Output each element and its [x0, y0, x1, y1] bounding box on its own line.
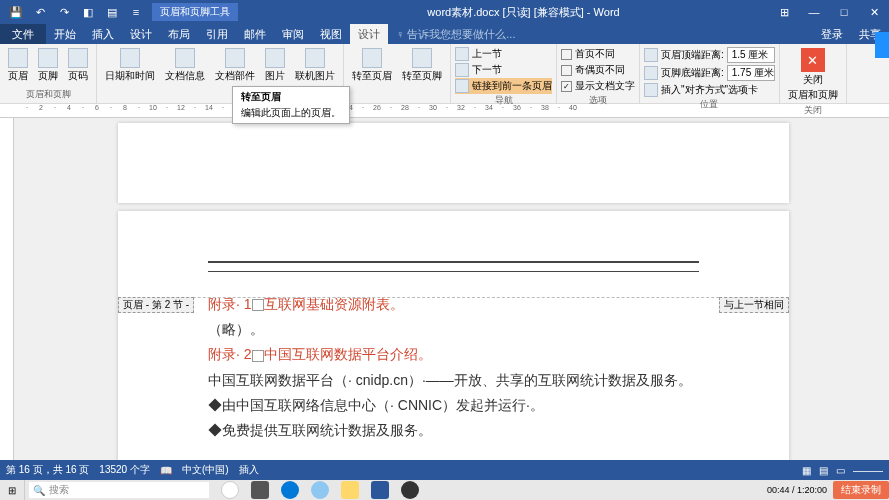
insert-mode[interactable]: 插入: [239, 463, 259, 477]
page-number-button[interactable]: 页码: [64, 46, 92, 85]
footer-bottom-icon: [644, 66, 658, 80]
same-as-previous-tag: 与上一节相同: [719, 297, 789, 313]
close-icon: ✕: [801, 48, 825, 72]
view-read-icon[interactable]: ▦: [802, 465, 811, 476]
qat-icon[interactable]: ◧: [78, 2, 98, 22]
contextual-tab: 页眉和页脚工具: [152, 3, 238, 21]
doc-text: 互联网基础资源附表。: [264, 296, 404, 312]
close-button[interactable]: ✕: [859, 0, 889, 24]
minimize-button[interactable]: —: [799, 0, 829, 24]
cloud-icon[interactable]: [311, 481, 329, 499]
word-count[interactable]: 13520 个字: [99, 463, 150, 477]
recording-time: 00:44 / 1:20:00: [767, 485, 827, 495]
footer-button[interactable]: 页脚: [34, 46, 62, 85]
doc-text: ◆免费提供互联网统计数据及服务。: [208, 418, 699, 443]
quick-parts-button[interactable]: 文档部件: [211, 46, 259, 85]
zoom-slider[interactable]: ———: [853, 465, 883, 476]
save-icon[interactable]: 💾: [6, 2, 26, 22]
tab-insert[interactable]: 插入: [84, 24, 122, 44]
header-section-tag: 页眉 - 第 2 节 -: [118, 297, 194, 313]
tab-layout[interactable]: 布局: [160, 24, 198, 44]
word-icon[interactable]: [371, 481, 389, 499]
tab-design-hf[interactable]: 设计: [350, 24, 388, 44]
doc-info-button[interactable]: 文档信息: [161, 46, 209, 85]
tab-mailings[interactable]: 邮件: [236, 24, 274, 44]
stop-recording-button[interactable]: 结束录制: [833, 481, 889, 499]
online-picture-button[interactable]: 联机图片: [291, 46, 339, 85]
show-doc-text-checkbox[interactable]: ✓: [561, 81, 572, 92]
checkbox-glyph-icon: [252, 299, 264, 311]
language-indicator[interactable]: 中文(中国): [182, 463, 229, 477]
login-link[interactable]: 登录: [813, 27, 851, 42]
doc-text: ◆由中国互联网络信息中心（· CNNIC）发起并运行·。: [208, 393, 699, 418]
document-page[interactable]: 页眉 - 第 2 节 - 与上一节相同 附录· 1互联网基础资源附表。 （略）。…: [118, 211, 789, 476]
tab-file[interactable]: 文件: [0, 24, 46, 44]
view-print-icon[interactable]: ▤: [819, 465, 828, 476]
maximize-button[interactable]: □: [829, 0, 859, 24]
doc-text: 附录· 2: [208, 346, 252, 362]
insert-align-tab-button[interactable]: 插入"对齐方式"选项卡: [644, 82, 775, 98]
start-button[interactable]: ⊞: [0, 480, 25, 500]
group-label: 关闭: [784, 104, 842, 117]
qat-dropdown-icon[interactable]: ≡: [126, 2, 146, 22]
page-count[interactable]: 第 16 页，共 16 页: [6, 463, 89, 477]
window-title: word素材.docx [只读] [兼容模式] - Word: [278, 5, 769, 20]
tooltip: 转至页眉 编辑此页面上的页眉。: [232, 86, 350, 124]
group-label: 页眉和页脚: [4, 88, 92, 101]
close-hf-button[interactable]: ✕ 关闭 页眉和页脚: [784, 46, 842, 104]
explorer-icon[interactable]: [341, 481, 359, 499]
doc-text: （略）。: [208, 317, 699, 342]
group-label: 位置: [644, 98, 775, 111]
search-icon: 🔍: [33, 485, 45, 496]
link-previous-button[interactable]: 链接到前一条页眉: [455, 78, 552, 94]
picture-button[interactable]: 图片: [261, 46, 289, 85]
diff-first-page-checkbox[interactable]: [561, 49, 572, 60]
footer-bottom-spinner[interactable]: 1.75 厘米: [727, 65, 775, 81]
header-button[interactable]: 页眉: [4, 46, 32, 85]
edge-icon[interactable]: [281, 481, 299, 499]
undo-icon[interactable]: ↶: [30, 2, 50, 22]
document-page[interactable]: [118, 123, 789, 203]
next-section-button[interactable]: 下一节: [455, 62, 552, 78]
doc-text: 中国互联网数据平台（· cnidp.cn）·——开放、共享的互联网统计数据及服务…: [208, 368, 699, 393]
doc-text: 附录· 1: [208, 296, 252, 312]
goto-footer-button[interactable]: 转至页脚: [398, 46, 446, 85]
diff-odd-even-checkbox[interactable]: [561, 65, 572, 76]
spellcheck-icon[interactable]: 📖: [160, 465, 172, 476]
header-top-spinner[interactable]: 1.5 厘米: [727, 47, 775, 63]
qq-icon[interactable]: [401, 481, 419, 499]
prev-section-button[interactable]: 上一节: [455, 46, 552, 62]
checkbox-glyph-icon: [252, 350, 264, 362]
taskview-icon[interactable]: [251, 481, 269, 499]
tab-home[interactable]: 开始: [46, 24, 84, 44]
ribbon-options-icon[interactable]: ⊞: [769, 0, 799, 24]
side-panel-indicator[interactable]: [875, 32, 889, 58]
view-web-icon[interactable]: ▭: [836, 465, 845, 476]
header-top-icon: [644, 48, 658, 62]
doc-text: 中国互联网数据平台介绍。: [264, 346, 432, 362]
tab-references[interactable]: 引用: [198, 24, 236, 44]
taskbar-search[interactable]: 🔍 搜索: [29, 482, 209, 498]
goto-header-button[interactable]: 转至页眉: [348, 46, 396, 85]
vertical-ruler[interactable]: [0, 118, 14, 476]
qat-icon[interactable]: ▤: [102, 2, 122, 22]
tab-view[interactable]: 视图: [312, 24, 350, 44]
redo-icon[interactable]: ↷: [54, 2, 74, 22]
tab-review[interactable]: 审阅: [274, 24, 312, 44]
cortana-icon[interactable]: [221, 481, 239, 499]
tab-design-doc[interactable]: 设计: [122, 24, 160, 44]
date-time-button[interactable]: 日期和时间: [101, 46, 159, 85]
tell-me-input[interactable]: ♀ 告诉我您想要做什么...: [396, 27, 515, 42]
